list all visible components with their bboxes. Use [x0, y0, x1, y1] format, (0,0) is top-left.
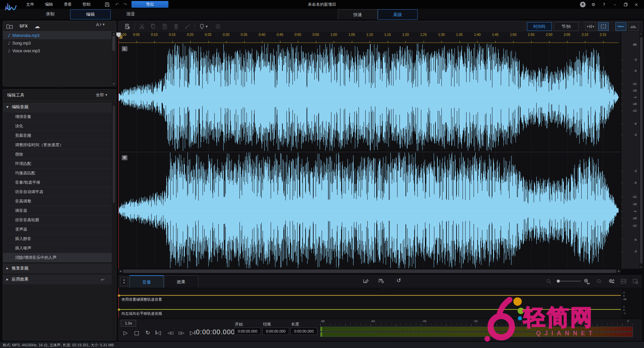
edit-project-icon[interactable] — [122, 22, 133, 31]
zoom-region-button[interactable] — [631, 278, 640, 285]
panel-resize-handle[interactable]: ···· — [3, 86, 116, 89]
marker-dropdown-caret[interactable]: ▼ — [206, 25, 208, 28]
tools-scrollbar[interactable] — [112, 101, 116, 340]
waveform-channel-left[interactable]: L — [118, 44, 621, 151]
stop-button[interactable]: □ — [131, 328, 142, 338]
waveform-vertical-scrollbar[interactable]: ▲ ▼ — [639, 32, 643, 269]
menu-查看[interactable]: 查看 — [58, 2, 77, 7]
spectral-view-icon[interactable] — [628, 22, 639, 31]
rewind-button[interactable]: ◁◁ — [164, 328, 175, 338]
tool-section-恢复音频[interactable]: ▶恢复音频 — [3, 263, 112, 273]
tool-section-编辑音频[interactable]: ▼编辑音频 — [3, 102, 112, 112]
tool-item-语音音高轮廓[interactable]: 语音音高轮廓 — [3, 215, 112, 225]
menu-文件[interactable]: 文件 — [21, 2, 40, 7]
previous-button[interactable]: ◁ — [153, 328, 164, 338]
region-select-icon[interactable] — [598, 22, 609, 31]
mode-tab-混音[interactable]: 混音 — [111, 9, 151, 19]
waveform-channel-right[interactable]: R — [118, 153, 621, 268]
import-media-button[interactable] — [3, 22, 16, 30]
tool-item-音量/轨道平移[interactable]: 音量/轨道平移 — [3, 178, 112, 187]
waveform-view-icon[interactable] — [615, 22, 626, 31]
field-value-结尾[interactable]: 0:00:00.000 — [262, 328, 289, 335]
zoom-in-horizontal-button[interactable] — [582, 278, 591, 285]
cloud-library-icon[interactable]: ☁ — [31, 22, 43, 30]
meter-tick-label: -24 — [525, 320, 529, 323]
tool-item-倒放[interactable]: 倒放 — [3, 150, 112, 159]
keyframe-line[interactable] — [118, 295, 621, 296]
waveform-horizontal-scrollbar[interactable]: ◀ ▶ — [118, 269, 621, 274]
trim-icon[interactable] — [182, 22, 193, 31]
tool-item-变声器[interactable]: 变声器 — [3, 225, 112, 234]
settings-gear-icon[interactable]: ⚙ — [590, 1, 596, 7]
add-keyframe-button[interactable] — [362, 277, 370, 285]
tool-item-剪裁音频[interactable]: 剪裁音频 — [3, 131, 112, 140]
export-button[interactable]: 导出 — [131, 1, 168, 8]
zoom-vertical-button[interactable] — [607, 278, 616, 285]
tool-item-环境匹配[interactable]: 环境匹配 — [3, 159, 112, 168]
tab-volume[interactable]: 音量 — [129, 275, 164, 289]
level-tab-快速[interactable]: 快速 — [338, 9, 378, 19]
file-item-Mahoroba.mp3[interactable]: ♪Mahoroba.mp3 — [3, 32, 111, 39]
restore-button[interactable] — [623, 1, 629, 7]
waveform-canvas-left[interactable] — [118, 44, 621, 151]
tools-filter-dropdown[interactable]: 全部▼ — [96, 90, 107, 101]
copy-icon[interactable] — [148, 22, 159, 31]
notification-bell-icon[interactable] — [580, 2, 586, 7]
zoom-out-button[interactable] — [545, 278, 553, 285]
menu-帮助[interactable]: 帮助 — [77, 2, 96, 7]
tool-item-均衡器匹配[interactable]: 均衡器匹配 — [3, 168, 112, 178]
view-button-timecode[interactable]: 时间码 — [527, 22, 552, 31]
cut-icon[interactable] — [136, 22, 148, 31]
ruler-label-1:40: 1:40 — [472, 33, 483, 37]
sfx-library-button[interactable]: SFX — [16, 22, 31, 30]
undo-button[interactable]: ↶ — [113, 1, 121, 8]
tool-item-调音器[interactable]: 调音器 — [3, 206, 112, 215]
volume-keyframe-track[interactable]: 使用音量键调整轨道音量20dB — [118, 290, 622, 305]
tab-effects[interactable]: 效果 — [164, 275, 198, 288]
menu-编辑[interactable]: 编辑 — [40, 2, 58, 7]
reset-keyframes-button[interactable]: ↺ — [396, 277, 401, 284]
pan-keyframe-track[interactable]: 向左或向右平移轨道音频10-1 — [118, 305, 622, 320]
tool-item-增强音量[interactable]: 增强音量 — [3, 112, 112, 121]
field-value-长度[interactable]: 0:00:00.000 — [290, 328, 317, 335]
delete-icon[interactable] — [170, 22, 182, 31]
text-size-button[interactable]: A⇕▼ — [96, 22, 105, 27]
media-scrollbar[interactable]: ▲ ▼ — [112, 32, 116, 85]
level-tab-高级[interactable]: 高级 — [378, 9, 418, 20]
fit-waveform-icon[interactable] — [585, 22, 596, 31]
normalize-icon[interactable] — [212, 22, 224, 31]
view-button-beats[interactable]: 节/拍 — [554, 22, 579, 31]
play-button[interactable]: ▷ — [120, 328, 131, 338]
keyframe-line[interactable] — [118, 309, 621, 310]
mode-tab-编辑[interactable]: 编辑 — [70, 9, 111, 19]
expand-panel-button[interactable]: ▾▾ — [120, 277, 128, 286]
tool-item-音高调整[interactable]: 音高调整 — [3, 196, 112, 206]
playback-speed-button[interactable]: 1.0x — [121, 320, 136, 327]
remove-keyframe-button[interactable] — [377, 277, 386, 285]
field-value-开始[interactable]: 0:00:00.000 — [234, 328, 261, 335]
zoom-slider[interactable] — [558, 281, 581, 281]
tool-item-调整持续时间（更改速度）[interactable]: 调整持续时间（更改速度） — [3, 140, 112, 150]
waveform-canvas-right[interactable] — [118, 153, 621, 268]
paste-icon[interactable] — [159, 22, 170, 31]
file-item-Song.mp3[interactable]: ♪Song.mp3 — [3, 39, 111, 47]
file-item-Voice over.mp3[interactable]: ♪Voice over.mp3 — [3, 47, 111, 55]
tool-item-淡化[interactable]: 淡化 — [3, 121, 112, 131]
fit-project-button[interactable] — [619, 278, 628, 285]
tool-item-插入静音[interactable]: 插入静音 — [3, 234, 112, 243]
close-button[interactable]: × — [633, 1, 639, 7]
minimize-button[interactable]: – — [612, 1, 618, 7]
redo-button[interactable]: ↷ — [121, 1, 129, 8]
zoom-selection-button[interactable] — [595, 278, 604, 285]
tool-section-应用效果[interactable]: ▶应用效果↩ — [3, 274, 112, 284]
help-icon[interactable]: ? — [601, 1, 607, 7]
fast-forward-button[interactable]: ▷▷ — [175, 328, 186, 338]
tool-item-语音自动调平器[interactable]: 语音自动调平器 — [3, 187, 112, 196]
field-label-开始: 开始 — [235, 322, 243, 327]
loop-button[interactable]: ↻ — [142, 328, 153, 338]
tool-item-消除/增强音乐中的人声[interactable]: 消除/增强音乐中的人声 — [3, 253, 112, 262]
timeline-ruler[interactable]: 0:000:050:100:150:200:250:300:350:400:45… — [118, 32, 621, 43]
save-button[interactable] — [103, 1, 111, 8]
tool-item-插入噪声[interactable]: 插入噪声 — [3, 243, 112, 253]
mode-tab-录制[interactable]: 录制 — [30, 9, 70, 19]
